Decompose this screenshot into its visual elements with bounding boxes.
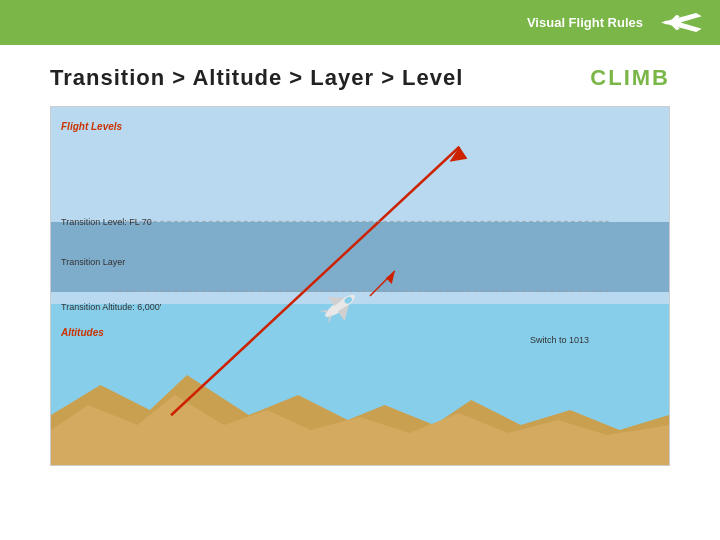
- airplane-icon: [653, 5, 708, 40]
- label-flight-levels: Flight Levels: [61, 121, 122, 132]
- svg-marker-9: [319, 306, 329, 315]
- ground: [51, 355, 669, 465]
- transition-layer-band: [51, 222, 669, 292]
- climb-label: CLIMB: [590, 65, 670, 91]
- diagram-container: Flight Levels Transition Level: FL 70 Tr…: [50, 106, 670, 466]
- label-transition-altitude: Transition Altitude: 6,000': [61, 302, 161, 312]
- svg-marker-8: [338, 304, 355, 321]
- label-transition-layer: Transition Layer: [61, 257, 125, 267]
- header: Visual Flight Rules: [0, 0, 720, 45]
- label-transition-level: Transition Level: FL 70: [61, 217, 152, 227]
- label-altitudes: Altitudes: [61, 327, 104, 338]
- header-title: Visual Flight Rules: [527, 15, 643, 30]
- breadcrumb-text: Transition > Altitude > Layer > Level: [50, 65, 463, 91]
- breadcrumb-area: Transition > Altitude > Layer > Level CL…: [0, 45, 720, 101]
- label-switch-to: Switch to 1013: [530, 335, 589, 345]
- svg-marker-10: [325, 314, 335, 323]
- svg-marker-1: [51, 395, 669, 465]
